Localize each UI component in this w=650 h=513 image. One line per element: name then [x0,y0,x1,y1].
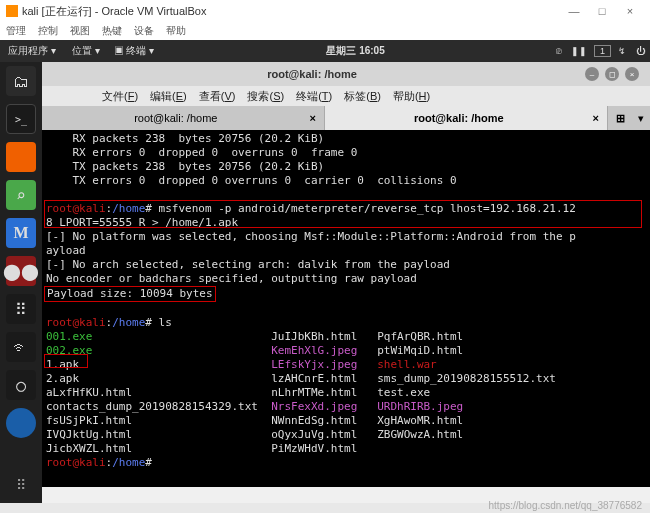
terminal-tab-1[interactable]: root@kali: /home× [325,106,608,130]
workspace-indicator[interactable]: 1 [594,45,611,57]
tray-icon-2[interactable]: ❚❚ [567,46,591,56]
terminal-titlebar: root@kali: /home – ◻ × [42,62,650,86]
places-menu[interactable]: 位置 ▾ [64,44,108,58]
terminal-tabs: root@kali: /home×root@kali: /home×⊞▾ [42,106,650,130]
zenmap-icon[interactable]: ⌕ [6,180,36,210]
terminal-menu-S[interactable]: 搜索(S) [247,89,284,104]
tab-close-icon[interactable]: × [310,112,316,124]
terminal-body[interactable]: RX packets 238 bytes 20756 (20.2 KiB) RX… [42,130,650,487]
show-apps-icon[interactable]: ⠿ [16,477,26,493]
tray-icon-1[interactable]: ⎚ [552,46,565,56]
watermark: https://blog.csdn.net/qq_38776582 [489,500,642,511]
vbox-min-button[interactable]: — [560,5,588,17]
terminal-menu-H[interactable]: 帮助(H) [393,89,430,104]
cherrytree-icon[interactable]: ⬤⬤ [6,256,36,286]
terminal-menu-F[interactable]: 文件(F) [102,89,138,104]
terminal-menu-T[interactable]: 终端(T) [296,89,332,104]
vbox-menu-help[interactable]: 帮助 [166,24,186,38]
vbox-menu-view[interactable]: 视图 [70,24,90,38]
files-icon[interactable]: 🗂 [6,66,36,96]
wireless-icon[interactable]: ᯤ [6,332,36,362]
terminal-menu-B[interactable]: 标签(B) [344,89,381,104]
vbox-max-button[interactable]: □ [588,5,616,17]
app-icon-3[interactable] [6,408,36,438]
terminal-title: root@kali: /home [267,68,357,80]
firefox-icon[interactable] [6,142,36,172]
vbox-menu-devices[interactable]: 设备 [134,24,154,38]
power-button[interactable]: ⏻ [632,46,649,56]
terminal-max-button[interactable]: ◻ [605,67,619,81]
terminal-min-button[interactable]: – [585,67,599,81]
vbox-titlebar: kali [正在运行] - Oracle VM VirtualBox — □ × [0,0,650,22]
vbox-menu-hotkey[interactable]: 热键 [102,24,122,38]
terminal-menu-E[interactable]: 编辑(E) [150,89,187,104]
metasploit-icon[interactable]: M [6,218,36,248]
vbox-close-button[interactable]: × [616,5,644,17]
terminal-tab-0[interactable]: root@kali: /home× [42,106,325,130]
vbox-icon [6,5,18,17]
tab-dropdown-button[interactable]: ▾ [632,106,650,130]
vbox-title: kali [正在运行] - Oracle VM VirtualBox [22,4,206,19]
terminal-menu-V[interactable]: 查看(V) [199,89,236,104]
terminal-icon[interactable]: >_ [6,104,36,134]
clock[interactable]: 星期三 16:05 [326,44,384,58]
tab-close-icon[interactable]: × [593,112,599,124]
dock: 🗂>_⌕M⬤⬤⠿ᯤ◯⠿ [0,62,42,503]
vbox-menubar: 管理 控制 视图 热键 设备 帮助 [0,22,650,40]
terminal-menubar: 文件(F)编辑(E)查看(V)搜索(S)终端(T)标签(B)帮助(H) [42,86,650,106]
terminal-close-button[interactable]: × [625,67,639,81]
app-icon-2[interactable]: ◯ [6,370,36,400]
tray-icon-3[interactable]: ↯ [614,46,630,56]
applications-menu[interactable]: 应用程序 ▾ [0,44,64,58]
new-tab-button[interactable]: ⊞ [608,106,632,130]
vbox-menu-manage[interactable]: 管理 [6,24,26,38]
kali-topbar: 应用程序 ▾ 位置 ▾ ▣ 终端 ▾ 星期三 16:05 ⎚ ❚❚ 1 ↯ ⏻ [0,40,650,62]
vbox-menu-control[interactable]: 控制 [38,24,58,38]
app-icon-1[interactable]: ⠿ [6,294,36,324]
terminal-menu[interactable]: ▣ 终端 ▾ [108,44,161,58]
